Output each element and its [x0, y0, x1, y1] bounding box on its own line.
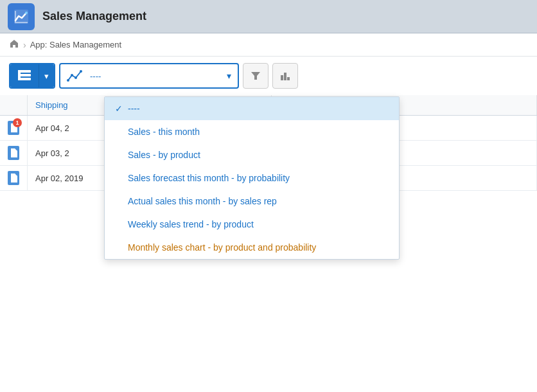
- toolbar: ▾ ---- ▾: [0, 57, 537, 95]
- check-icon: ✓: [115, 103, 128, 114]
- chevron-down-icon: ▾: [44, 71, 49, 81]
- table-view-button[interactable]: [10, 64, 39, 87]
- chart-selector-value: ----: [90, 71, 222, 81]
- bar-chart-button[interactable]: [272, 63, 298, 89]
- view-selector-group[interactable]: ▾: [9, 63, 55, 89]
- app-icon: [8, 3, 35, 30]
- svg-marker-13: [251, 72, 260, 80]
- dropdown-item-monthly-chart[interactable]: Monthly sales chart - by product and pro…: [105, 236, 399, 259]
- svg-rect-14: [281, 75, 283, 80]
- doc-icon-wrapper: [8, 171, 19, 185]
- svg-rect-8: [18, 70, 21, 80]
- col-header-icon: [0, 95, 28, 116]
- dropdown-item-sales-product[interactable]: Sales - by product: [105, 143, 399, 166]
- app-header: Sales Management: [0, 0, 537, 33]
- dropdown-item-label: Monthly sales chart - by product and pro…: [128, 242, 316, 253]
- dropdown-item-sales-forecast[interactable]: Sales forecast this month - by probabili…: [105, 166, 399, 190]
- document-icon: [8, 171, 19, 185]
- row-icon-cell: [0, 166, 28, 191]
- dropdown-item-sales-month[interactable]: Sales - this month: [105, 120, 399, 143]
- chart-selector-chevron-icon: ▾: [227, 71, 231, 81]
- svg-rect-4: [15, 11, 16, 22]
- svg-point-9: [67, 79, 69, 82]
- chart-line-icon: [67, 69, 85, 83]
- dropdown-item-label: Sales forecast this month - by probabili…: [128, 173, 290, 183]
- dropdown-item-label: Sales - by product: [128, 150, 200, 160]
- dropdown-item-label: Actual sales this month - by sales rep: [128, 196, 277, 206]
- svg-rect-16: [287, 77, 290, 80]
- row-icon-cell: 1: [0, 116, 28, 141]
- document-icon: 1: [8, 121, 19, 135]
- view-dropdown-chevron[interactable]: ▾: [39, 64, 54, 87]
- chart-selector[interactable]: ---- ▾: [59, 63, 239, 89]
- dropdown-item-label: Weekly sales trend - by product: [128, 219, 254, 229]
- home-icon[interactable]: [9, 39, 19, 51]
- breadcrumb-text: App: Sales Management: [30, 40, 121, 49]
- shipping-date: Apr 02, 2019: [35, 174, 83, 183]
- doc-icon-wrapper: 1: [8, 121, 19, 135]
- dropdown-item-label: Sales - this month: [128, 127, 200, 137]
- shipping-date: Apr 03, 2: [35, 148, 69, 158]
- shipping-date: Apr 04, 2: [35, 123, 69, 133]
- svg-rect-15: [284, 73, 286, 80]
- chart-dropdown-menu: ✓ ---- Sales - this month Sales - by pro…: [104, 96, 400, 260]
- breadcrumb: › App: Sales Management: [0, 33, 537, 57]
- doc-icon-wrapper: [8, 146, 19, 160]
- svg-point-2: [25, 12, 28, 14]
- badge-count: 1: [13, 118, 22, 127]
- breadcrumb-separator: ›: [23, 40, 26, 50]
- row-icon-cell: [0, 141, 28, 166]
- toolbar-wrapper: ▾ ---- ▾: [0, 57, 537, 95]
- filter-button[interactable]: [243, 63, 268, 89]
- svg-point-10: [71, 74, 73, 76]
- dropdown-item-default[interactable]: ✓ ----: [105, 97, 399, 120]
- document-icon: [8, 146, 19, 160]
- svg-point-12: [80, 70, 82, 73]
- svg-rect-3: [15, 22, 28, 23]
- dropdown-item-label: ----: [128, 103, 140, 114]
- app-title: Sales Management: [42, 10, 146, 23]
- dropdown-item-actual-sales[interactable]: Actual sales this month - by sales rep: [105, 190, 399, 213]
- dropdown-item-weekly-trend[interactable]: Weekly sales trend - by product: [105, 213, 399, 236]
- svg-point-11: [75, 76, 77, 79]
